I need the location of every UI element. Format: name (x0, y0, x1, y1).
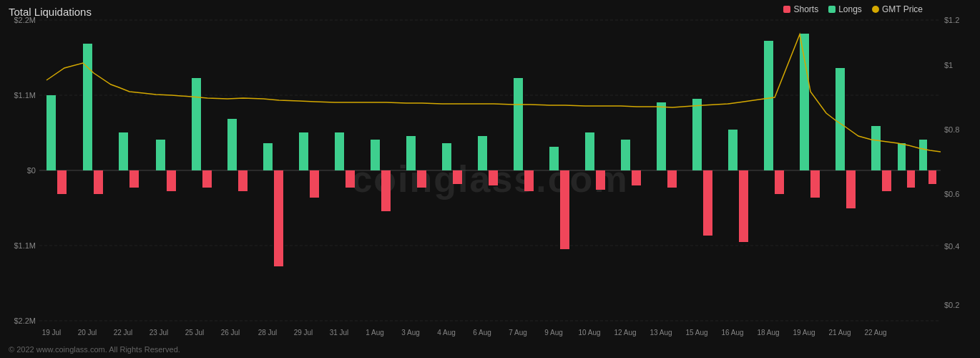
bar-shorts (596, 170, 605, 190)
svg-text:$0.2: $0.2 (944, 301, 959, 309)
main-chart: $2.2M $1.1M $0 $1.1M $2.2M $1.2 $1 $0.8 … (0, 0, 980, 358)
svg-text:4 Aug: 4 Aug (437, 329, 456, 337)
bar-longs (478, 136, 487, 170)
bar-shorts (846, 170, 856, 208)
svg-text:13 Aug: 13 Aug (650, 329, 672, 337)
bar-longs (83, 44, 92, 170)
svg-text:18 Aug: 18 Aug (757, 329, 779, 337)
bar-shorts (274, 170, 283, 266)
bar-longs (227, 119, 237, 170)
bar-shorts (775, 170, 784, 194)
svg-text:21 Aug: 21 Aug (828, 329, 851, 337)
svg-text:9 Aug: 9 Aug (544, 329, 563, 337)
bar-shorts (310, 170, 319, 198)
bar-longs (514, 78, 523, 170)
svg-text:12 Aug: 12 Aug (614, 329, 636, 337)
bar-shorts (202, 170, 212, 188)
svg-text:28 Jul: 28 Jul (258, 329, 278, 337)
bar-longs (299, 132, 308, 170)
bar-shorts (524, 170, 534, 191)
bar-longs (898, 143, 906, 170)
bar-shorts (928, 170, 936, 184)
svg-text:$0: $0 (27, 166, 36, 175)
svg-text:19 Jul: 19 Jul (42, 329, 62, 337)
bar-longs (406, 136, 416, 170)
svg-text:3 Aug: 3 Aug (401, 329, 420, 337)
svg-text:$2.2M: $2.2M (14, 316, 36, 325)
bar-longs (263, 143, 273, 170)
bar-longs (585, 132, 594, 170)
bar-shorts (346, 170, 355, 188)
bar-shorts (560, 170, 569, 249)
svg-text:$2.2M: $2.2M (14, 16, 36, 24)
bar-shorts (57, 170, 67, 194)
svg-text:22 Aug: 22 Aug (864, 329, 886, 337)
bar-shorts (739, 170, 748, 242)
svg-text:16 Aug: 16 Aug (721, 329, 743, 337)
bar-shorts (632, 170, 641, 185)
svg-text:$1.1M: $1.1M (14, 241, 36, 250)
svg-text:20 Jul: 20 Jul (78, 329, 97, 337)
svg-text:19 Aug: 19 Aug (793, 329, 815, 337)
svg-text:1 Aug: 1 Aug (366, 329, 384, 337)
svg-text:7 Aug: 7 Aug (509, 329, 527, 337)
bar-shorts (453, 170, 462, 184)
bar-shorts (94, 170, 103, 194)
bar-shorts (129, 170, 139, 188)
svg-text:26 Jul: 26 Jul (221, 329, 240, 337)
bar-shorts (381, 170, 391, 211)
svg-text:$0.4: $0.4 (944, 242, 959, 251)
bar-shorts (907, 170, 915, 188)
bar-longs (156, 140, 165, 170)
bar-longs (800, 34, 809, 170)
bar-longs (119, 132, 128, 170)
bar-shorts (810, 170, 820, 198)
bar-shorts (167, 170, 176, 191)
bar-longs (621, 140, 630, 170)
bar-shorts (882, 170, 891, 191)
chart-container: Total Liquidations Shorts Longs GMT Pric… (0, 0, 980, 358)
svg-text:$1: $1 (944, 61, 953, 69)
bar-longs (371, 140, 380, 170)
svg-text:$1.2: $1.2 (944, 16, 959, 24)
bar-longs (335, 132, 344, 170)
svg-text:$0.6: $0.6 (944, 190, 959, 198)
bar-shorts (238, 170, 248, 191)
bar-longs (919, 140, 927, 170)
bar-shorts (667, 170, 677, 188)
svg-text:25 Jul: 25 Jul (185, 329, 205, 337)
bar-shorts (703, 170, 712, 236)
copyright: © 2022 www.coinglass.com. All Rights Res… (9, 345, 180, 354)
bar-longs (692, 99, 702, 170)
bar-longs (871, 126, 881, 170)
svg-text:10 Aug: 10 Aug (578, 329, 600, 337)
svg-text:15 Aug: 15 Aug (685, 329, 707, 337)
svg-text:31 Jul: 31 Jul (330, 329, 349, 337)
bar-longs (549, 147, 559, 170)
svg-text:6 Aug: 6 Aug (473, 329, 491, 337)
svg-text:29 Jul: 29 Jul (294, 329, 313, 337)
bar-shorts (417, 170, 426, 188)
bar-longs (657, 102, 666, 170)
svg-text:22 Jul: 22 Jul (114, 329, 133, 337)
bar-longs (442, 143, 451, 170)
bar-longs (764, 41, 773, 170)
bar-longs (46, 95, 56, 170)
bar-longs (192, 78, 201, 170)
svg-text:$0.8: $0.8 (944, 125, 959, 134)
svg-text:$1.1M: $1.1M (14, 91, 36, 100)
svg-text:23 Jul: 23 Jul (150, 329, 169, 337)
bar-longs (728, 130, 738, 170)
bar-shorts (489, 170, 498, 185)
bar-longs (836, 68, 845, 170)
